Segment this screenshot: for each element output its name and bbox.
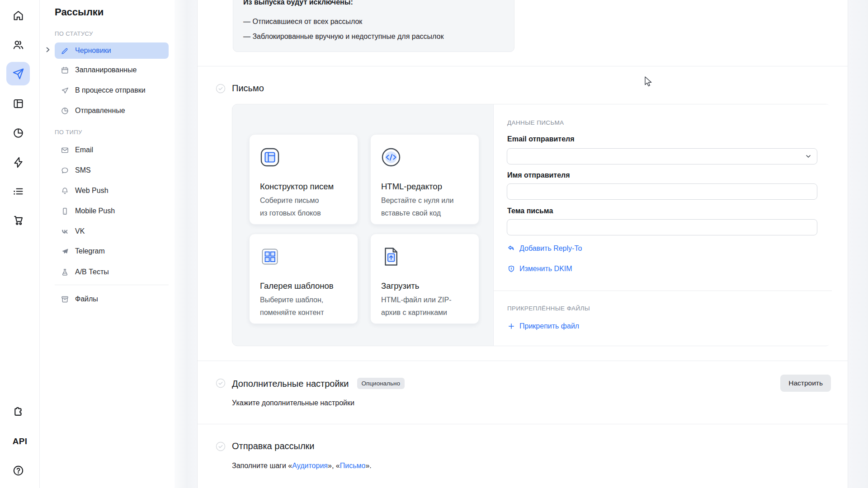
attach-file-link[interactable]: Прикрепить файл (507, 322, 579, 330)
sidebar-item-label: Черновики (75, 47, 111, 55)
chat-icon (61, 166, 69, 175)
tile-desc: Верстайте с нуля или вставьте свой код (381, 194, 454, 219)
send-icon[interactable] (6, 62, 30, 85)
layout-icon[interactable] (6, 92, 30, 115)
tile-template-gallery[interactable]: Галерея шаблонов Выберите шаблон, поменя… (249, 234, 358, 324)
sidebar-item-ab-tests[interactable]: A/B Тесты (55, 264, 169, 280)
sidebar-item-telegram[interactable]: Telegram (55, 243, 169, 259)
sidebar-item-sending[interactable]: В процессе отправки (55, 82, 169, 99)
bell-icon (61, 187, 69, 195)
sidebar-item-sms[interactable]: SMS (55, 162, 169, 178)
right-scroll-gutter[interactable] (848, 0, 868, 488)
archive-box-icon (61, 295, 69, 304)
send-section-hint: Заполните шаги «Аудитория», «Письмо». (232, 462, 372, 470)
plus-icon (507, 322, 515, 330)
step-check-icon (216, 84, 226, 94)
sidebar-item-label: SMS (75, 166, 91, 174)
edit-dkim-link[interactable]: Изменить DKIM (507, 265, 572, 273)
audience-step-link[interactable]: Аудитория (292, 462, 328, 469)
letter-data-header: ДАННЫЕ ПИСЬМА (507, 119, 564, 126)
hint-suffix: ». (365, 462, 371, 469)
pie-chart-icon[interactable] (6, 121, 30, 145)
send-outline-icon (61, 86, 69, 95)
letter-data-panel: ДАННЫЕ ПИСЬМА Email отправителя Имя отпр… (493, 104, 831, 346)
main-content: Из выпуска будут исключены: — Отписавшие… (198, 0, 848, 488)
api-nav[interactable]: API (0, 436, 40, 446)
list-icon[interactable] (6, 179, 30, 203)
sidebar-item-vk[interactable]: VK (55, 223, 169, 239)
sidebar-divider (55, 285, 169, 285)
send-section-title: Отправка рассылки (232, 441, 315, 451)
letter-step-link[interactable]: Письмо (340, 462, 366, 469)
tile-title: Загрузить (381, 281, 419, 291)
collapse-chevron-icon[interactable] (44, 46, 52, 53)
help-icon[interactable] (6, 459, 30, 482)
configure-button[interactable]: Настроить (780, 375, 831, 392)
telegram-icon (61, 247, 69, 256)
sidebar-item-label: Mobile Push (75, 207, 115, 215)
tile-upload[interactable]: Загрузить HTML-файл или ZIP- архив с кар… (370, 234, 479, 324)
zap-icon[interactable] (6, 150, 30, 174)
upload-file-icon (380, 246, 402, 267)
section-divider (198, 66, 848, 66)
users-icon[interactable] (6, 33, 30, 56)
exclusions-title: Из выпуска будут исключены: (243, 0, 353, 6)
exclusion-item: — Отписавшиеся от всех рассылок (243, 18, 362, 26)
home-icon[interactable] (6, 4, 30, 27)
tile-html-editor[interactable]: HTML-редактор Верстайте с нуля или встав… (370, 134, 479, 225)
sidebar-item-sent[interactable]: Отправленные (55, 103, 169, 119)
sidebar-item-drafts[interactable]: Черновики (55, 42, 169, 59)
sidebar-item-scheduled[interactable]: Запланированные (55, 62, 169, 78)
panel-divider (494, 291, 832, 291)
calendar-icon (61, 66, 69, 75)
sidebar-item-label: Файлы (75, 295, 98, 303)
sidebar-item-label: Отправленные (75, 107, 125, 115)
tile-title: Конструктор писем (260, 182, 334, 192)
sidebar-item-label: Telegram (75, 247, 105, 255)
sidebar-item-label: Web Push (75, 187, 108, 195)
sidebar-item-files[interactable]: Файлы (55, 291, 169, 307)
smartphone-icon (61, 207, 69, 216)
exclusion-item: — Заблокированные вручную и недоступные … (243, 33, 444, 41)
shield-icon (507, 265, 515, 273)
attach-file-label: Прикрепить файл (519, 322, 579, 330)
templates-grid-icon (259, 246, 281, 267)
hint-prefix: Заполните шаги « (232, 462, 292, 469)
pie-icon (61, 107, 69, 115)
step-check-icon (216, 378, 226, 388)
sidebar-section-type: ПО ТИПУ (55, 129, 82, 136)
sidebar-main-gutter (175, 0, 198, 488)
letter-card: Конструктор писем Соберите письмо из гот… (232, 104, 831, 346)
sender-email-select[interactable] (507, 148, 817, 164)
code-icon (380, 146, 402, 168)
app-window: API Рассылки ПО СТАТУСУ Черновики Заплан… (0, 0, 868, 488)
extra-settings-title: Дополнительные настройкиОпционально (232, 378, 405, 389)
step-check-icon (216, 441, 226, 451)
extra-settings-subtitle: Укажите дополнительные настройки (232, 399, 354, 407)
sidebar-item-email[interactable]: Email (55, 142, 169, 158)
sidebar: Рассылки ПО СТАТУСУ Черновики Запланиров… (40, 0, 175, 488)
sender-email-select-wrap (507, 148, 817, 164)
tile-title: HTML-редактор (381, 182, 442, 192)
exclusions-card: Из выпуска будут исключены: — Отписавшие… (233, 0, 514, 52)
tile-email-builder[interactable]: Конструктор писем Соберите письмо из гот… (249, 134, 358, 225)
subject-label: Тема письма (507, 207, 553, 215)
add-reply-to-link[interactable]: Добавить Reply-To (507, 244, 582, 253)
puzzle-icon[interactable] (6, 399, 30, 423)
sidebar-section-status: ПО СТАТУСУ (55, 30, 93, 37)
reply-icon (507, 244, 515, 253)
builder-icon (259, 146, 281, 168)
edit-dkim-label: Изменить DKIM (519, 265, 572, 273)
vk-icon (61, 227, 69, 236)
sidebar-item-mobile-push[interactable]: Mobile Push (55, 203, 169, 219)
hint-mid: », « (328, 462, 340, 469)
envelope-icon (61, 146, 69, 155)
cart-icon[interactable] (6, 208, 30, 232)
subject-input[interactable] (507, 219, 817, 235)
sidebar-item-web-push[interactable]: Web Push (55, 183, 169, 199)
add-reply-to-label: Добавить Reply-To (519, 244, 582, 253)
sender-name-input[interactable] (507, 183, 817, 200)
sender-name-label: Имя отправителя (507, 171, 570, 179)
tile-desc: Выберите шаблон, поменяйте контент (260, 294, 324, 319)
sidebar-item-label: В процессе отправки (75, 86, 146, 94)
